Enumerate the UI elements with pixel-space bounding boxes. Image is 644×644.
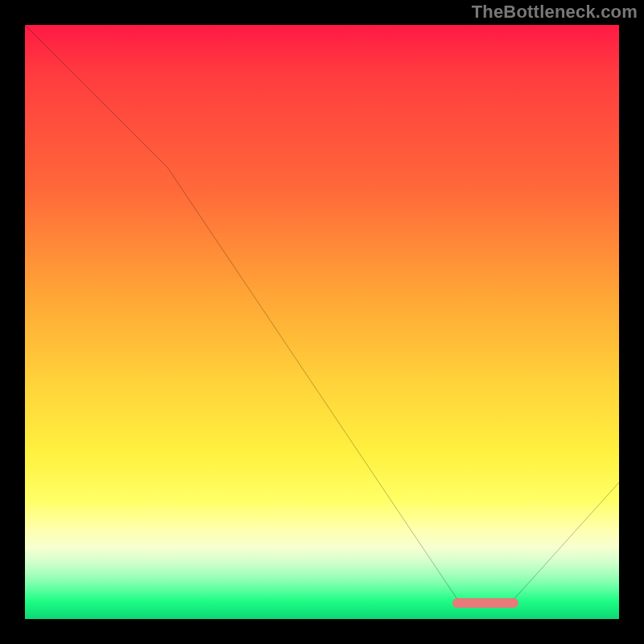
- chart-svg: [25, 25, 619, 619]
- plot-area: [25, 25, 619, 619]
- bottleneck-curve-path: [25, 25, 619, 601]
- watermark-text: TheBottleneck.com: [472, 2, 638, 23]
- optimal-range-marker: [452, 598, 518, 608]
- chart-frame: TheBottleneck.com: [0, 0, 644, 644]
